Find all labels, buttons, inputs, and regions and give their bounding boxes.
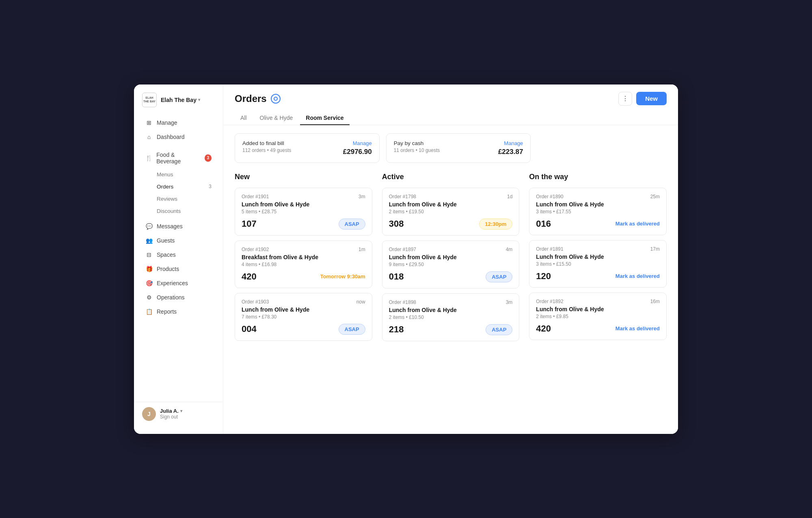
order-title: Breakfast from Olive & Hyde xyxy=(242,254,365,260)
tab-all[interactable]: All xyxy=(235,111,253,125)
products-icon: 🎁 xyxy=(145,266,153,272)
room-number: 420 xyxy=(242,271,257,282)
table-row[interactable]: Order #1897 4m Lunch from Olive & Hyde 9… xyxy=(382,241,520,288)
mark-delivered-button[interactable]: Mark as delivered xyxy=(615,273,660,279)
sidebar-item-food-beverage[interactable]: 🍴 Food & Beverage 3 xyxy=(137,148,220,168)
order-details: 2 items • £9.85 xyxy=(536,314,660,319)
asap-badge: ASAP xyxy=(339,324,365,335)
user-profile[interactable]: J Julia A. ▾ Sign out xyxy=(134,402,223,426)
sidebar-item-experiences[interactable]: 🎯 Experiences xyxy=(137,276,220,290)
sign-out-link[interactable]: Sign out xyxy=(160,414,215,420)
app-container: ELAH THE BAY Elah The Bay ▾ ⊞ Manage ⌂ D… xyxy=(134,85,678,434)
order-number: Order #1903 xyxy=(242,299,269,305)
main-header: Orders ⋮ New xyxy=(223,85,678,106)
sidebar-item-orders[interactable]: Orders 3 xyxy=(137,181,220,193)
sidebar-item-reports[interactable]: 📋 Reports xyxy=(137,305,220,319)
order-details: 2 items • £19.50 xyxy=(389,209,513,215)
order-number: Order #1898 xyxy=(389,299,416,305)
room-number: 018 xyxy=(389,271,404,282)
column-on-the-way: On the way Order #1890 25m Lunch from Ol… xyxy=(529,173,667,346)
sidebar-item-messages[interactable]: 💬 Messages xyxy=(137,219,220,233)
order-title: Lunch from Olive & Hyde xyxy=(242,306,365,313)
food-beverage-subnav: Menus Orders 3 Reviews Discounts xyxy=(134,169,223,217)
table-row[interactable]: Order #1902 1m Breakfast from Olive & Hy… xyxy=(235,241,372,288)
order-number: Order #1892 xyxy=(536,299,563,304)
table-row[interactable]: Order #1890 25m Lunch from Olive & Hyde … xyxy=(529,188,667,235)
reports-icon: 📋 xyxy=(145,308,153,315)
summary-sub: 112 orders • 49 guests xyxy=(242,147,291,153)
main-scrollable: Added to final bill 112 orders • 49 gues… xyxy=(223,125,678,434)
logo-box: ELAH THE BAY xyxy=(142,93,157,107)
sidebar-logo[interactable]: ELAH THE BAY Elah The Bay ▾ xyxy=(134,93,223,115)
order-number: Order #1897 xyxy=(389,247,416,252)
room-number: 218 xyxy=(389,324,404,335)
order-title: Lunch from Olive & Hyde xyxy=(389,254,513,260)
room-number: 004 xyxy=(242,324,257,334)
order-time: 25m xyxy=(650,194,660,199)
tab-room-service[interactable]: Room Service xyxy=(300,111,349,125)
page-title: Orders xyxy=(235,93,267,104)
room-number: 120 xyxy=(536,271,551,282)
column-title-active: Active xyxy=(382,173,520,181)
order-number: Order #1901 xyxy=(242,194,269,199)
dashboard-icon: ⌂ xyxy=(145,134,153,140)
order-time: 4m xyxy=(506,247,513,252)
table-row[interactable]: Order #1798 1d Lunch from Olive & Hyde 2… xyxy=(382,188,520,236)
asap-badge: ASAP xyxy=(339,219,365,230)
asap-badge: ASAP xyxy=(486,271,512,282)
table-row[interactable]: Order #1891 17m Lunch from Olive & Hyde … xyxy=(529,240,667,288)
sidebar-item-manage[interactable]: ⊞ Manage xyxy=(137,116,220,130)
sidebar-item-operations[interactable]: ⚙ Operations xyxy=(137,290,220,304)
room-number: 016 xyxy=(536,219,551,229)
mark-delivered-button[interactable]: Mark as delivered xyxy=(615,325,660,332)
table-row[interactable]: Order #1901 3m Lunch from Olive & Hyde 5… xyxy=(235,188,372,236)
room-number: 308 xyxy=(389,219,404,229)
messages-icon: 💬 xyxy=(145,223,153,230)
summary-amount-bill: £2976.90 xyxy=(343,148,372,156)
column-new: New Order #1901 3m Lunch from Olive & Hy… xyxy=(235,173,372,346)
sidebar: ELAH THE BAY Elah The Bay ▾ ⊞ Manage ⌂ D… xyxy=(134,85,223,434)
order-title: Lunch from Olive & Hyde xyxy=(242,201,365,208)
order-number: Order #1798 xyxy=(389,194,416,199)
summary-label: Added to final bill xyxy=(242,140,291,146)
mark-delivered-button[interactable]: Mark as delivered xyxy=(615,221,660,227)
manage-link-cash[interactable]: Manage xyxy=(498,140,523,146)
summary-sub: 11 orders • 10 guests xyxy=(394,147,440,153)
sidebar-item-guests[interactable]: 👥 Guests xyxy=(137,234,220,247)
tabs-row: All Olive & Hyde Room Service xyxy=(223,106,678,125)
order-time: now xyxy=(356,299,365,305)
summary-amount-cash: £223.87 xyxy=(498,148,523,156)
sidebar-item-products[interactable]: 🎁 Products xyxy=(137,262,220,276)
sidebar-item-reviews[interactable]: Reviews xyxy=(137,193,220,205)
orders-grid: New Order #1901 3m Lunch from Olive & Hy… xyxy=(235,173,667,346)
manage-link-bill[interactable]: Manage xyxy=(343,140,372,146)
summary-card-cash: Pay by cash 11 orders • 10 guests Manage… xyxy=(386,133,531,163)
order-details: 5 items • £28.75 xyxy=(242,209,365,215)
table-row[interactable]: Order #1898 3m Lunch from Olive & Hyde 2… xyxy=(382,293,520,341)
table-row[interactable]: Order #1903 now Lunch from Olive & Hyde … xyxy=(235,293,372,341)
page-title-row: Orders xyxy=(235,93,281,104)
order-time: 1m xyxy=(358,247,365,252)
sidebar-item-discounts[interactable]: Discounts xyxy=(137,205,220,217)
brand-name: Elah The Bay ▾ xyxy=(161,97,200,103)
sidebar-item-menus[interactable]: Menus xyxy=(137,169,220,180)
table-row[interactable]: Order #1892 16m Lunch from Olive & Hyde … xyxy=(529,293,667,340)
avatar: J xyxy=(142,407,156,421)
chevron-down-icon: ▾ xyxy=(180,409,182,413)
new-button[interactable]: New xyxy=(636,92,667,105)
order-title: Lunch from Olive & Hyde xyxy=(389,201,513,208)
more-options-button[interactable]: ⋮ xyxy=(618,92,632,106)
order-time: 1d xyxy=(507,194,512,199)
order-number: Order #1891 xyxy=(536,246,563,252)
tab-olive-hyde[interactable]: Olive & Hyde xyxy=(254,111,299,125)
operations-icon: ⚙ xyxy=(145,294,153,301)
sidebar-item-dashboard[interactable]: ⌂ Dashboard xyxy=(137,130,220,144)
filter-icon[interactable] xyxy=(271,94,281,104)
guests-icon: 👥 xyxy=(145,237,153,244)
summary-card-final-bill: Added to final bill 112 orders • 49 gues… xyxy=(235,133,380,163)
column-title-on-the-way: On the way xyxy=(529,173,667,181)
order-number: Order #1902 xyxy=(242,247,269,252)
food-beverage-badge: 3 xyxy=(205,154,212,162)
sidebar-item-spaces[interactable]: ⊟ Spaces xyxy=(137,248,220,262)
sidebar-nav: ⊞ Manage ⌂ Dashboard 🍴 Food & Beverage 3… xyxy=(134,115,223,402)
